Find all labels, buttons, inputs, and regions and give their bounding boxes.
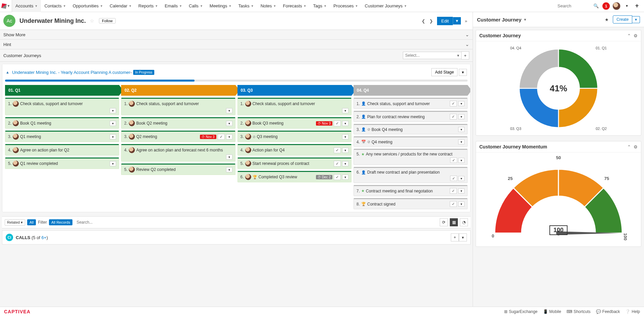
task-card[interactable]: 2.Book Q3 meeting⏱ Nov 3✓▾	[237, 117, 352, 129]
task-card[interactable]: 7.★Contract meeting and final negotation…	[354, 185, 468, 196]
app-logo[interactable]: ▼	[0, 0, 12, 12]
task-card[interactable]: 4.📅⊘Q4 meeting▾	[354, 136, 468, 147]
task-card[interactable]: 3.Q2 meeting⏱ Nov 3✓▾	[121, 131, 235, 142]
task-menu-button[interactable]: ▾	[342, 161, 348, 166]
task-menu-button[interactable]: ▾	[458, 188, 465, 193]
complete-button[interactable]: ✓	[450, 188, 457, 194]
task-menu-button[interactable]: ▾	[110, 134, 116, 139]
task-menu-button[interactable]: ▾	[342, 175, 348, 180]
complete-button[interactable]: ✓	[334, 147, 341, 153]
complete-button[interactable]: ✓	[334, 161, 341, 167]
calls-subpanel[interactable]: Cl CALLS (5 of 6+) + ▼	[2, 230, 471, 244]
task-menu-button[interactable]: ▾	[458, 101, 465, 106]
add-journey-button[interactable]: +	[461, 51, 469, 59]
complete-button[interactable]: ✓	[450, 114, 457, 120]
stage-header[interactable]: 02. Q2	[121, 85, 235, 96]
columns-icon[interactable]: ▦	[450, 218, 458, 226]
task-menu-button[interactable]: ▾	[342, 121, 348, 126]
collapse-icon[interactable]: ⌃	[627, 33, 631, 38]
activity-stream-icon[interactable]: ◔	[460, 218, 468, 226]
collapse-icon[interactable]: ⌃	[627, 144, 631, 149]
task-card[interactable]: 6.🏆Completed Q3 review⏱ Dec 2✓▾	[237, 171, 352, 182]
sidebar-toggle-icon[interactable]: »	[463, 17, 469, 25]
favorite-star-icon[interactable]: ☆	[90, 18, 94, 24]
nav-item-contacts[interactable]: Contacts▼	[41, 0, 69, 12]
nav-item-customer-journeys[interactable]: Customer Journeys▼	[362, 0, 411, 12]
task-card[interactable]: 3.⊘Q3 meeting▾	[237, 131, 352, 142]
complete-button[interactable]: ✓	[334, 121, 341, 126]
nav-item-tags[interactable]: Tags▼	[310, 0, 330, 12]
task-menu-button[interactable]: ▾	[110, 161, 116, 166]
stage-header[interactable]: 04. Q4	[354, 85, 468, 96]
create-button[interactable]: Create	[613, 15, 632, 24]
task-card[interactable]: 5.Start renewal proces of contract✓▾	[237, 157, 352, 169]
nav-item-tasks[interactable]: Tasks▼	[235, 0, 257, 12]
filter-all-records-chip[interactable]: All Records	[49, 219, 72, 225]
notification-badge[interactable]: 1	[602, 2, 610, 10]
filter-all-chip[interactable]: All	[27, 219, 36, 225]
show-more-panel[interactable]: Show More ⌄	[0, 30, 473, 40]
task-card[interactable]: 3.👤⊘Book Q4 meeting▾	[354, 124, 468, 134]
nav-item-meetings[interactable]: Meetings▼	[206, 0, 235, 12]
search-icon[interactable]: 🔍	[592, 2, 600, 10]
task-menu-button[interactable]: ▾	[110, 121, 116, 126]
global-search-input[interactable]	[556, 2, 590, 10]
task-card[interactable]: 1.👤Check status, support and turnover✓▾	[354, 98, 468, 109]
stage-menu-button[interactable]: ▼	[459, 69, 467, 76]
task-menu-button[interactable]: ▾	[458, 139, 465, 144]
task-card[interactable]: 6.👤Draft new contract and plan presentat…	[354, 167, 468, 183]
task-card[interactable]: 5.★Any new services / products for the n…	[354, 149, 468, 165]
task-menu-button[interactable]: ▾	[342, 134, 348, 139]
task-menu-button[interactable]: ▾	[110, 108, 116, 113]
complete-button[interactable]: ✓	[218, 134, 225, 140]
nav-item-opportunities[interactable]: Opportunities▼	[69, 0, 106, 12]
task-card[interactable]: 2.Book Q1 meeting▾	[5, 117, 119, 129]
nav-item-notes[interactable]: Notes▼	[257, 0, 280, 12]
nav-item-reports[interactable]: Reports▼	[135, 0, 161, 12]
user-avatar[interactable]	[612, 2, 621, 10]
task-menu-button[interactable]: ▾	[342, 108, 348, 113]
edit-dropdown-button[interactable]: ▼	[453, 17, 461, 25]
stage-header[interactable]: 01. Q1	[5, 85, 119, 96]
chevron-down-icon[interactable]: ▼	[623, 2, 631, 10]
complete-button[interactable]: ✓	[450, 201, 457, 207]
task-menu-button[interactable]: ▾	[458, 176, 465, 181]
task-menu-button[interactable]: ▾	[458, 201, 465, 207]
prev-record-button[interactable]: ❮	[420, 17, 427, 25]
nav-item-emails[interactable]: Emails▼	[161, 0, 185, 12]
task-card[interactable]: 8.🏆Contract signed✓▾	[354, 198, 468, 209]
complete-button[interactable]: ✓	[450, 157, 457, 163]
stage-header[interactable]: 03. Q3	[237, 85, 352, 96]
create-call-button[interactable]: +	[451, 233, 459, 241]
task-card[interactable]: 1.Check status, support and turnover▾	[237, 98, 352, 115]
related-dropdown[interactable]: Related ▾	[5, 219, 25, 226]
complete-button[interactable]: ✓	[450, 176, 457, 181]
favorite-star-icon[interactable]: ★	[605, 17, 609, 22]
complete-button[interactable]: ✓	[450, 101, 457, 106]
nav-item-accounts[interactable]: Accounts▼	[12, 0, 41, 12]
task-menu-button[interactable]: ▾	[458, 127, 465, 132]
chevron-down-icon[interactable]: ▼	[524, 18, 527, 21]
create-dropdown-button[interactable]: ▼	[632, 16, 640, 23]
task-menu-button[interactable]: ▾	[226, 121, 232, 126]
task-menu-button[interactable]: ▾	[458, 114, 465, 119]
related-search-input[interactable]	[74, 219, 438, 226]
task-menu-button[interactable]: ▾	[226, 167, 232, 172]
refresh-icon[interactable]: ⟳	[440, 218, 448, 226]
task-card[interactable]: 4.Action plan for Q4✓▾	[237, 144, 352, 155]
task-card[interactable]: 1.Check status, support and turnover▾	[5, 98, 119, 115]
next-record-button[interactable]: ❯	[427, 17, 435, 25]
task-card[interactable]: 4.Agree on action plan for Q2	[5, 144, 119, 155]
gear-icon[interactable]: ⚙	[634, 33, 638, 38]
hint-panel[interactable]: Hint ⌄	[0, 40, 473, 49]
nav-item-forecasts[interactable]: Forecasts▼	[280, 0, 310, 12]
nav-item-processes[interactable]: Processes▼	[330, 0, 362, 12]
collapse-icon[interactable]: ▲	[6, 70, 9, 74]
task-card[interactable]: 5.Review Q2 completed▾	[121, 164, 235, 175]
calls-menu-button[interactable]: ▼	[459, 233, 467, 241]
task-card[interactable]: 2.Book Q2 meeting▾	[121, 117, 235, 129]
task-menu-button[interactable]: ▾	[226, 134, 232, 139]
journey-template-select[interactable]	[403, 52, 463, 59]
add-stage-button[interactable]: Add Stage	[431, 68, 458, 76]
task-card[interactable]: 3.Q1 meeting▾	[5, 131, 119, 142]
